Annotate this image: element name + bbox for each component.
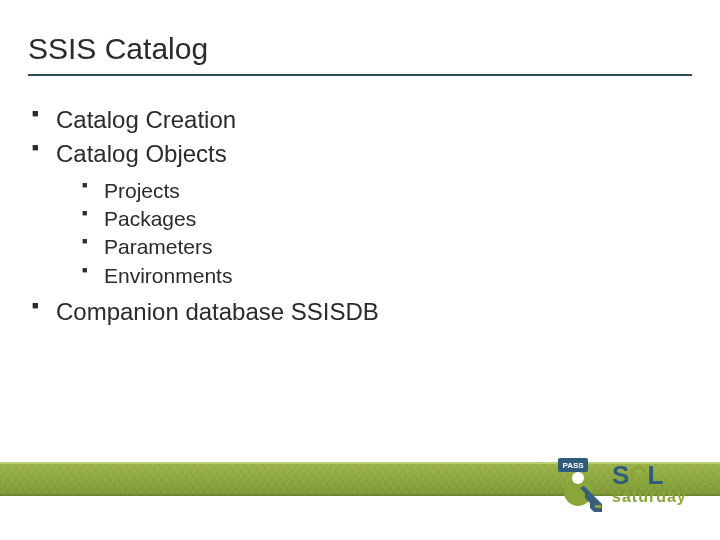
bullet-text: Environments [104, 264, 232, 287]
slide-title: SSIS Catalog [28, 32, 208, 66]
content-area: Catalog Creation Catalog Objects Project… [28, 104, 692, 331]
saturday-text: saturday [612, 488, 687, 505]
title-underline [28, 74, 692, 76]
bullet-text: Companion database SSISDB [56, 298, 379, 325]
subbullet-environments: Environments [80, 262, 692, 290]
bullet-text: Projects [104, 179, 180, 202]
slide: SSIS Catalog Catalog Creation Catalog Ob… [0, 0, 720, 540]
bullet-catalog-creation: Catalog Creation [28, 104, 692, 136]
sql-saturday-logo: PASS SQL saturday [544, 452, 704, 522]
subbullet-packages: Packages [80, 205, 692, 233]
bullet-text: Catalog Creation [56, 106, 236, 133]
bullet-text: Parameters [104, 235, 213, 258]
wordmark: SQL saturday [612, 460, 687, 505]
bullet-catalog-objects: Catalog Objects Projects Packages Parame… [28, 138, 692, 290]
bullet-text: Catalog Objects [56, 140, 227, 167]
subbullet-projects: Projects [80, 177, 692, 205]
pass-label: PASS [562, 461, 584, 470]
svg-point-0 [572, 472, 584, 484]
subbullet-parameters: Parameters [80, 233, 692, 261]
bullet-companion-db: Companion database SSISDB [28, 296, 692, 328]
pass-tag-icon: PASS [558, 458, 588, 472]
bullet-text: Packages [104, 207, 196, 230]
svg-text:SQL: SQL [612, 460, 664, 490]
key-icon [564, 472, 602, 512]
svg-rect-1 [595, 505, 601, 508]
